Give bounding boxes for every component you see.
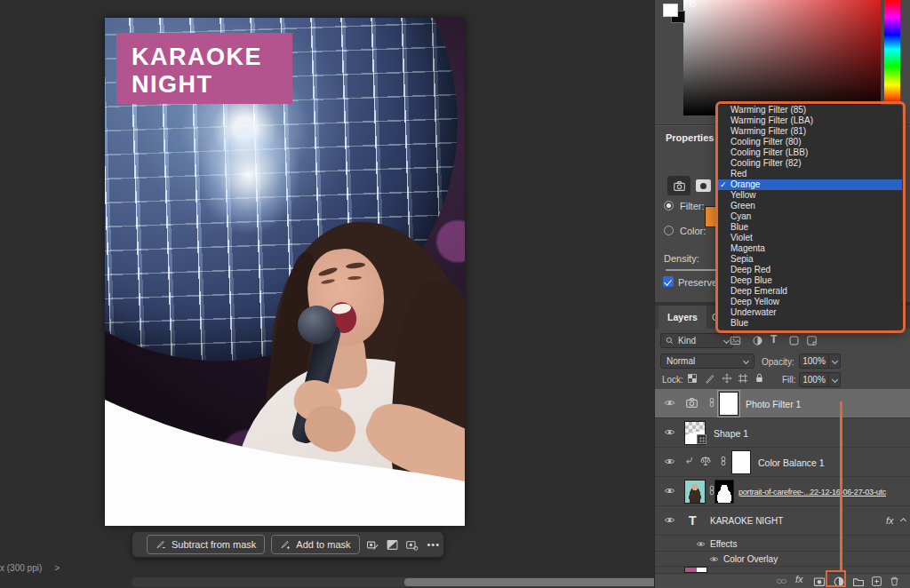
search-icon (665, 336, 675, 346)
mask-thumbnail[interactable] (714, 480, 734, 504)
color-overlay-row[interactable]: Color Overlay (655, 552, 910, 567)
karaoke-banner: KARAOKE NIGHT (116, 33, 292, 104)
subtract-from-mask-button[interactable]: Subtract from mask (147, 535, 265, 554)
filter-label: Filter: (680, 201, 705, 211)
density-slider[interactable] (666, 269, 721, 271)
eye-icon[interactable] (664, 397, 675, 409)
opacity-value[interactable]: 100% (799, 354, 829, 369)
light-glow (177, 94, 321, 257)
shape-badge-icon (697, 434, 706, 444)
fx-badge[interactable]: fx (886, 515, 894, 526)
filter-kind-dropdown[interactable]: Kind (660, 333, 733, 348)
eye-icon[interactable] (664, 426, 675, 438)
preserve-luminosity-checkbox[interactable] (663, 276, 674, 287)
poster-title-line2: NIGHT (132, 71, 292, 99)
filter-type-layers-button[interactable]: T (770, 333, 777, 346)
delete-layer-button[interactable] (889, 576, 900, 587)
lock-position-button[interactable] (722, 373, 732, 384)
invert-mask-button[interactable] (386, 535, 399, 554)
layers-list: Photo Filter 1 Shape 1 Color Balance 1 p… (655, 389, 910, 573)
blend-mode-select[interactable]: Normal (660, 354, 754, 369)
portrait-layer-thumbnail[interactable] (684, 480, 706, 504)
link-icon (718, 456, 729, 466)
hue-slider[interactable] (884, 0, 900, 105)
filter-pixel-layers-button[interactable] (730, 335, 741, 346)
pen-minus-icon (156, 539, 166, 550)
color-label: Color: (680, 226, 706, 236)
layer-row-color-balance[interactable]: Color Balance 1 (655, 448, 910, 477)
link-layers-button[interactable] (776, 576, 787, 587)
color-picker-cursor (690, 1, 696, 7)
doc-info[interactable]: x (300 ppi) (0, 563, 42, 573)
layer-row-photo-filter[interactable]: Photo Filter 1 (655, 389, 910, 418)
mask-brush-button[interactable] (366, 535, 379, 554)
partial-layer-row[interactable] (655, 567, 910, 573)
mask-brush-icon (366, 538, 379, 552)
mask-options-button[interactable] (405, 535, 419, 554)
foreground-color-swatch[interactable] (663, 4, 678, 17)
add-to-mask-button[interactable]: Add to mask (271, 535, 359, 554)
status-chevron[interactable]: > (54, 563, 60, 573)
link-icon (706, 397, 717, 408)
layer-row-shape[interactable]: Shape 1 (655, 418, 910, 448)
opacity-chevron[interactable] (829, 354, 841, 369)
lock-transparency-button[interactable] (687, 373, 698, 384)
fill-chevron[interactable] (829, 372, 841, 387)
chevron-down-icon (723, 338, 730, 344)
new-layer-button[interactable] (871, 576, 882, 587)
mask-thumbnail[interactable] (731, 450, 751, 474)
collapse-effects-chevron[interactable] (900, 518, 906, 524)
fill-value[interactable]: 100% (799, 372, 829, 387)
effects-row[interactable]: Effects (655, 536, 910, 552)
lock-label: Lock: (662, 375, 683, 385)
invert-mask-icon (386, 538, 399, 552)
density-label: Density: (664, 253, 699, 264)
add-mask-button[interactable] (813, 576, 826, 588)
tab-layers[interactable]: Layers (659, 306, 706, 329)
eye-icon[interactable] (709, 554, 719, 564)
new-group-button[interactable] (852, 576, 865, 588)
properties-panel-title: Properties (666, 132, 714, 143)
annotation-pointer-line (840, 401, 842, 572)
status-bar: x (300 ppi) > (0, 563, 60, 573)
layer-mask-thumbnail-button[interactable] (696, 179, 711, 192)
clipping-mask-icon (684, 456, 695, 466)
filter-shape-layers-button[interactable] (788, 335, 800, 346)
banner-layer-thumbnail[interactable] (684, 567, 707, 573)
poster-title-line1: KARAOKE (132, 44, 292, 71)
eye-icon[interactable] (664, 485, 675, 497)
lock-all-button[interactable] (754, 372, 765, 384)
contextual-task-bar: Subtract from mask Add to mask ••• (132, 531, 444, 558)
type-layer-icon: T (689, 513, 697, 528)
chevron-down-icon (743, 358, 749, 364)
annotation-highlight-box (715, 101, 906, 333)
document-canvas[interactable]: KARAOKE NIGHT (105, 18, 465, 526)
filter-adjustment-layers-button[interactable] (752, 335, 763, 346)
photo-filter-button[interactable] (667, 176, 690, 195)
lock-artboard-button[interactable] (738, 373, 748, 384)
mask-gear-icon (405, 538, 419, 552)
color-balance-icon (699, 455, 712, 467)
eye-icon[interactable] (664, 456, 675, 467)
layer-row-text[interactable]: T KARAOKE NIGHT fx (655, 506, 910, 536)
color-saturation-square[interactable] (683, 0, 881, 115)
opacity-label: Opacity: (762, 357, 794, 367)
filter-smart-objects-button[interactable] (806, 335, 818, 346)
filter-radio[interactable] (664, 201, 674, 211)
annotation-button-highlight (826, 570, 846, 587)
photo-filter-layer-icon (685, 396, 698, 409)
taskbar-more-button[interactable]: ••• (425, 539, 443, 550)
pen-plus-icon (280, 539, 291, 550)
mask-thumbnail[interactable] (719, 392, 738, 416)
eye-icon[interactable] (696, 539, 706, 549)
color-radio[interactable] (664, 226, 674, 235)
layer-style-button[interactable]: fx (795, 574, 803, 584)
layer-row-portrait[interactable]: portrait-of-carefree-...22-12-16-06-27-0… (655, 477, 910, 506)
eye-icon[interactable] (664, 514, 675, 526)
fill-label: Fill: (782, 375, 796, 385)
lock-pixels-button[interactable] (705, 373, 715, 384)
white-wave-shape (105, 373, 465, 526)
camera-filter-icon (673, 179, 686, 193)
